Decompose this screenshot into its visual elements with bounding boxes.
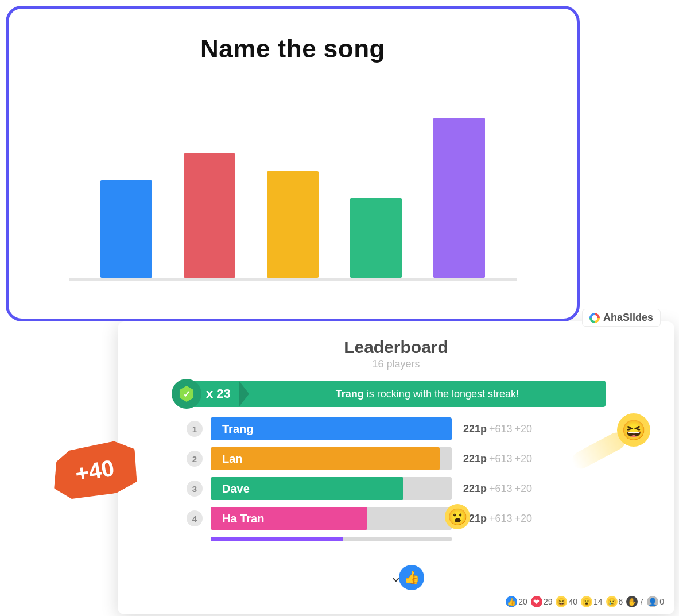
- chart-card: Name the song: [6, 6, 580, 321]
- reaction-count: 14: [593, 597, 603, 606]
- chart-bar: [184, 153, 235, 278]
- love-icon: ❤: [531, 596, 542, 607]
- score-bar-track: Lan: [211, 447, 452, 470]
- reaction-laugh[interactable]: 😆40: [556, 596, 577, 607]
- reactions-bar: 👍20❤29😆40😮14😢6✋7👤0: [506, 596, 664, 607]
- player-name: Ha Tran: [222, 512, 264, 525]
- player-score: 221p+613+20: [463, 513, 532, 525]
- leaderboard-title: Leaderboard: [118, 338, 674, 357]
- wow-emoji-icon: 😮: [445, 504, 470, 529]
- leaderboard-card: AhaSlides Leaderboard 16 players ✓ x 23 …: [118, 321, 674, 614]
- player-name: Trang: [222, 423, 253, 436]
- chart-bar: [433, 118, 485, 278]
- reaction-love[interactable]: ❤29: [531, 596, 553, 607]
- reaction-count: 7: [639, 597, 643, 606]
- reaction-user[interactable]: 👤0: [647, 596, 664, 607]
- reaction-count: 0: [659, 597, 664, 606]
- rank-badge: 1: [187, 421, 203, 437]
- score-bar-track: Ha Tran: [211, 507, 452, 530]
- reaction-count: 40: [568, 597, 577, 606]
- raise-icon: ✋: [626, 596, 638, 607]
- rank-badge: 3: [187, 481, 203, 497]
- leaderboard-row: 4Ha Tran221p+613+20: [187, 507, 606, 530]
- streak-count: x 23: [206, 386, 231, 401]
- like-icon: 👍: [506, 596, 517, 607]
- player-score: 221p+613+20: [463, 483, 532, 495]
- wow-icon: 😮: [581, 596, 592, 607]
- reaction-count: 20: [518, 597, 527, 606]
- score-bar-fill: [211, 447, 440, 470]
- chart-bar: [100, 180, 152, 278]
- thumbs-emoji-icon: 👍: [399, 565, 424, 590]
- leaderboard-row: 2Lan221p+613+20: [187, 447, 606, 470]
- leaderboard-row: 3Dave221p+613+20: [187, 477, 606, 500]
- chart-title: Name the song: [200, 34, 385, 63]
- laugh-emoji-icon: 😆: [617, 413, 650, 447]
- brand-logo-icon: [589, 313, 600, 323]
- brand-name: AhaSlides: [603, 312, 653, 324]
- chart-bar: [267, 171, 319, 278]
- player-name: Dave: [222, 482, 250, 495]
- brand-badge: AhaSlides: [582, 309, 661, 327]
- reaction-count: 29: [544, 597, 553, 606]
- score-bar-track: Trang: [211, 417, 452, 440]
- score-bar-track: Dave: [211, 477, 452, 500]
- sad-icon: 😢: [606, 596, 618, 607]
- player-score: 221p+613+20: [463, 423, 532, 435]
- rank-badge: 4: [187, 510, 203, 526]
- streak-text: Trang is rocking with the longest streak…: [249, 388, 606, 400]
- laugh-icon: 😆: [556, 596, 567, 607]
- reaction-count: 6: [619, 597, 623, 606]
- player-name: Lan: [222, 452, 243, 466]
- reaction-sad[interactable]: 😢6: [606, 596, 623, 607]
- reaction-raise[interactable]: ✋7: [626, 596, 643, 607]
- chart-bar: [350, 198, 402, 278]
- leaderboard-row: 1Trang221p+613+20: [187, 417, 606, 440]
- leaderboard-row-peek: [211, 537, 606, 541]
- reaction-wow[interactable]: 😮14: [581, 596, 603, 607]
- chart-bars: [69, 86, 517, 281]
- reaction-like[interactable]: 👍20: [506, 596, 527, 607]
- streak-banner: ✓ x 23 Trang is rocking with the longest…: [187, 381, 606, 407]
- rank-badge: 2: [187, 451, 203, 467]
- leaderboard-rows: 1Trang221p+613+202Lan221p+613+203Dave221…: [187, 417, 606, 541]
- leaderboard-players: 16 players: [118, 358, 674, 370]
- streak-gem-icon: ✓: [172, 379, 201, 409]
- player-score: 221p+613+20: [463, 453, 532, 465]
- chart-baseline: [69, 278, 517, 281]
- user-icon: 👤: [647, 596, 658, 607]
